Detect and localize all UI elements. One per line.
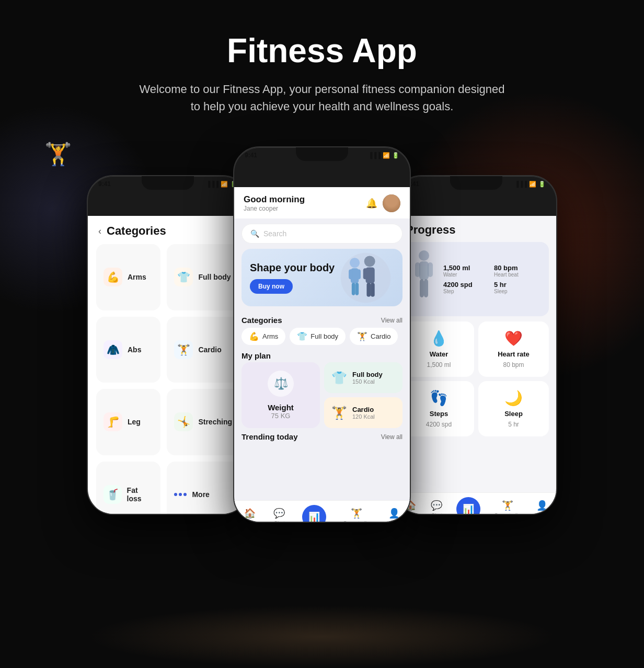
pill-cardio[interactable]: 🏋️ Cardio	[350, 328, 398, 345]
battery-icon: 🔋	[538, 181, 546, 188]
sleep-stat: 5 hr Sleep	[494, 281, 542, 294]
cardio-plan-name: Cardio	[352, 406, 375, 413]
header-section: Fitness App Welcome to our Fitness App, …	[0, 0, 644, 136]
steps-metric-card[interactable]: 👣 Steps 4200 spd	[404, 381, 474, 436]
abs-label: Abs	[128, 345, 141, 354]
category-cardio[interactable]: 🏋️ Cardio	[167, 317, 239, 383]
leg-icon: 🦵	[104, 412, 122, 431]
more-label: More	[192, 490, 209, 499]
home-nav-label: Home	[243, 521, 257, 523]
categories-view-all[interactable]: View all	[381, 317, 402, 324]
my-plan-grid: ⚖️ Weight 75 KG 👕 Full body 150 Kcal 🏋️	[242, 362, 402, 428]
right-nav-stats[interactable]: 📊	[456, 497, 480, 515]
battery-icon: 🔋	[392, 152, 399, 159]
center-bottom-nav: 🏠 Home 💬 Chat 📊 🏋️ Gym studio	[234, 500, 410, 523]
center-header: Good morning Jane cooper 🔔	[234, 187, 410, 218]
category-arms[interactable]: 💪 Arms	[96, 244, 160, 310]
svg-rect-10	[370, 268, 374, 279]
bell-icon[interactable]: 🔔	[366, 198, 377, 209]
water-stat: 1,500 ml Water	[443, 264, 491, 278]
right-stats-button[interactable]: 📊	[456, 497, 480, 515]
water-metric-value: 1,500 ml	[427, 361, 451, 368]
left-header: ‹ Categories	[88, 216, 248, 244]
right-profile-icon: 👤	[536, 500, 548, 511]
right-chat-label: Chat	[431, 513, 442, 515]
fatloss-icon: 🥤	[104, 485, 122, 504]
hero-banner[interactable]: Shape your body Buy now	[242, 249, 402, 306]
buy-now-button[interactable]: Buy now	[250, 279, 293, 294]
nav-chat[interactable]: 💬 Chat	[273, 508, 285, 523]
stats-center-button[interactable]: 📊	[302, 505, 326, 523]
heart-metric-card[interactable]: ❤️ Heart rate 80 bpm	[478, 321, 549, 377]
fullbody-icon: 👕	[174, 268, 193, 286]
right-bottom-nav: 🏠 Home 💬 Chat 📊 🏋️ Gym studio	[396, 492, 556, 515]
category-abs[interactable]: 🧥 Abs	[96, 317, 160, 383]
steps-metric-icon: 👣	[430, 389, 448, 407]
svg-rect-6	[355, 283, 359, 295]
right-screen: Progress 1,500 ml	[396, 216, 556, 515]
categories-pills: 💪 Arms 👕 Full body 🏋️ Cardio	[234, 328, 410, 349]
greeting-block: Good morning Jane cooper	[244, 194, 305, 212]
pill-fullbody[interactable]: 👕 Full body	[290, 328, 346, 345]
categories-section-header: Categories View all	[234, 312, 410, 328]
streching-icon: 🤸	[174, 412, 193, 431]
sleep-metric-icon: 🌙	[504, 389, 523, 407]
right-profile-label: Profile	[534, 513, 549, 515]
category-fatloss[interactable]: 🥤 Fat loss	[96, 462, 160, 515]
body-silhouette	[411, 249, 437, 309]
fullbody-plan-card[interactable]: 👕 Full body 150 Kcal	[324, 362, 402, 393]
search-bar[interactable]: 🔍 Search	[242, 224, 402, 244]
header-subtitle: Welcome to our Fitness App, your persona…	[139, 80, 505, 115]
water-stat-value: 1,500 ml	[443, 264, 491, 272]
fullbody-plan-cal: 150 Kcal	[352, 378, 383, 385]
chat-nav-icon: 💬	[273, 508, 285, 519]
gym-nav-icon: 🏋️	[351, 508, 362, 519]
trending-title: Trending today	[242, 432, 298, 441]
cardio-plan-card[interactable]: 🏋️ Cardio 120 Kcal	[324, 397, 402, 428]
right-nav-profile[interactable]: 👤 Profile	[534, 500, 549, 515]
center-screen: Good morning Jane cooper 🔔 🔍 Search S	[234, 187, 410, 523]
water-metric-card[interactable]: 💧 Water 1,500 ml	[404, 321, 474, 377]
trending-view-all[interactable]: View all	[381, 433, 402, 441]
right-header: Progress	[396, 216, 556, 242]
category-more[interactable]: More	[167, 462, 239, 515]
category-leg[interactable]: 🦵 Leg	[96, 389, 160, 455]
arms-pill-label: Arms	[262, 332, 278, 340]
signal-icon: ▐▐▐	[206, 181, 218, 187]
fatloss-label: Fat loss	[127, 486, 154, 503]
right-gym-icon: 🏋️	[502, 500, 513, 511]
nav-stats[interactable]: 📊	[302, 505, 326, 523]
right-nav-chat[interactable]: 💬 Chat	[431, 500, 442, 515]
sleep-stat-value: 5 hr	[494, 281, 542, 289]
sleep-stat-label: Sleep	[494, 289, 542, 294]
category-streching[interactable]: 🤸 Streching	[167, 389, 239, 455]
water-metric-name: Water	[430, 350, 448, 358]
cardio-pill-label: Cardio	[371, 332, 390, 340]
back-button[interactable]: ‹	[98, 226, 101, 237]
category-fullbody[interactable]: 👕 Full body	[167, 244, 239, 310]
pill-arms[interactable]: 💪 Arms	[242, 328, 285, 345]
nav-profile[interactable]: 👤 Profile	[386, 508, 401, 523]
gym-nav-label: Gym studio	[343, 521, 370, 523]
nav-home[interactable]: 🏠 Home	[243, 508, 257, 523]
my-plan-section: My plan ⚖️ Weight 75 KG 👕 Full body 150 …	[234, 349, 410, 428]
sleep-metric-card[interactable]: 🌙 Sleep 5 hr	[478, 381, 549, 436]
heart-metric-value: 80 bpm	[503, 361, 524, 368]
avatar-face	[383, 194, 400, 212]
body-stats-card: 1,500 ml Water 80 bpm Heart beat 4200 sp…	[404, 242, 549, 316]
svg-rect-15	[415, 262, 420, 277]
steps-metric-name: Steps	[430, 410, 448, 418]
fullbody-label: Full body	[198, 273, 231, 281]
cardio-plan-info: Cardio 120 Kcal	[352, 406, 375, 420]
weight-card[interactable]: ⚖️ Weight 75 KG	[242, 362, 320, 428]
heart-stat: 80 bpm Heart beat	[494, 264, 542, 278]
nav-gym[interactable]: 🏋️ Gym studio	[343, 508, 370, 523]
abs-icon: 🧥	[104, 340, 122, 359]
sleep-metric-name: Sleep	[504, 410, 523, 418]
svg-point-1	[350, 258, 360, 268]
heart-metric-icon: ❤️	[504, 330, 523, 347]
right-nav-gym[interactable]: 🏋️ Gym studio	[494, 500, 521, 515]
avatar[interactable]	[383, 194, 400, 212]
svg-rect-3	[349, 269, 353, 279]
cardio-plan-icon: 🏋️	[331, 406, 347, 420]
